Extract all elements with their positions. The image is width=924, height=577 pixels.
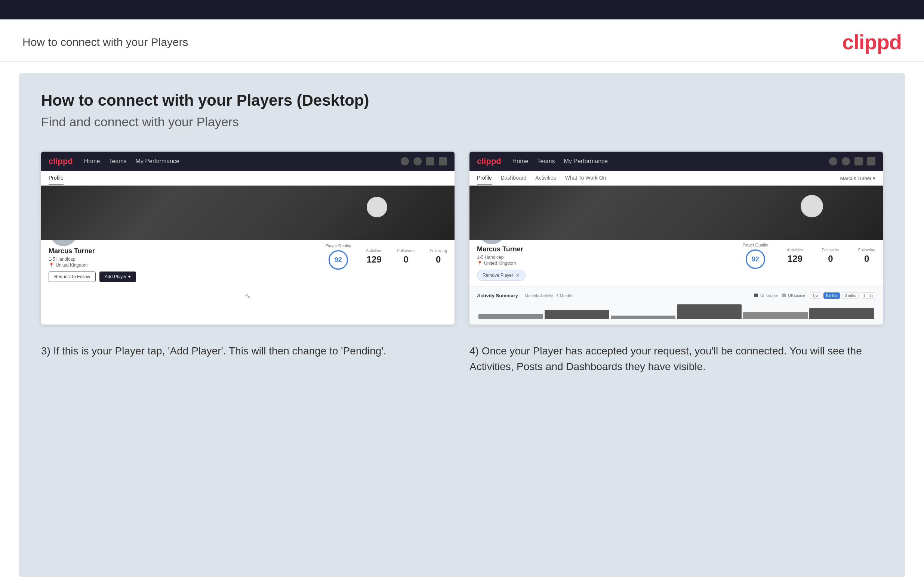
right-stat-activities: Activities 129: [787, 248, 803, 264]
chart-bar-1: [478, 314, 543, 319]
right-nav-myperformance[interactable]: My Performance: [564, 158, 608, 165]
main-content: How to connect with your Players (Deskto…: [19, 73, 905, 577]
right-tab-whattoworkon[interactable]: What To Work On: [565, 171, 606, 185]
location-pin-icon: 📍: [48, 263, 54, 268]
activity-chart: [477, 303, 876, 319]
right-tab-activities[interactable]: Activities: [535, 171, 556, 185]
right-app-logo: clippd: [477, 156, 501, 166]
left-nav-home[interactable]: Home: [84, 158, 100, 165]
filter-1yr[interactable]: 1 yr: [809, 292, 821, 299]
left-profile-buttons: Request to Follow Add Player +: [48, 271, 136, 282]
activity-subtitle: Monthly Activity · 6 Months: [525, 293, 573, 298]
right-profile-stats: Player Quality 92 Activities 129 Followe…: [552, 240, 876, 269]
right-player-location: 📍 United Kingdom: [477, 261, 516, 266]
screenshots-row: clippd Home Teams My Performance Profile: [41, 152, 883, 324]
right-profile-section: 👤 Marcus Turner 1-5 Handicap 📍 United Ki…: [470, 240, 883, 287]
left-profile-section: 👤 Marcus Turner 1-5 Handicap 📍 United Ki…: [41, 240, 454, 288]
left-nav-myperformance[interactable]: My Performance: [136, 158, 179, 165]
activity-title-group: Activity Summary Monthly Activity · 6 Mo…: [477, 292, 573, 299]
filter-1mth[interactable]: 1 mth: [861, 292, 876, 299]
left-player-handicap: 1-5 Handicap: [48, 256, 75, 262]
chart-bar-4: [677, 305, 741, 319]
right-search-icon[interactable]: [829, 157, 837, 166]
left-stat-following: Following 0: [430, 248, 447, 265]
filter-6mths[interactable]: 6 mths: [824, 292, 840, 299]
right-tab-profile[interactable]: Profile: [477, 171, 492, 185]
activity-title: Activity Summary: [477, 293, 518, 298]
screenshot-right: clippd Home Teams My Performance Profile: [470, 152, 883, 324]
page-header: How to connect with your Players clippd: [0, 19, 924, 61]
right-stat-following: Following 0: [858, 248, 876, 264]
right-tab-dashboard[interactable]: Dashboard: [501, 171, 527, 185]
section-subtitle: Find and connect with your Players: [41, 114, 883, 129]
section-title: How to connect with your Players (Deskto…: [41, 92, 883, 110]
caption-right-text: 4) Once your Player has accepted your re…: [470, 343, 883, 375]
right-nav-icons: [829, 157, 876, 166]
left-navbar: clippd Home Teams My Performance: [41, 152, 454, 171]
left-nav-icons: [401, 157, 447, 166]
on-course-legend-label: On course: [760, 293, 777, 298]
right-hero-image: [470, 185, 883, 240]
right-tab-left: Profile Dashboard Activities What To Wor…: [477, 171, 606, 185]
activity-summary: Activity Summary Monthly Activity · 6 Mo…: [470, 287, 883, 324]
user-icon[interactable]: [414, 157, 422, 166]
right-settings-icon[interactable]: [855, 157, 863, 166]
off-course-legend-label: Off course: [788, 293, 805, 298]
left-app-logo: clippd: [48, 156, 73, 166]
caption-left-text: 3) If this is your Player tap, 'Add Play…: [41, 343, 454, 359]
left-stat-activities: Activities 129: [366, 248, 382, 265]
right-pq-circle: 92: [746, 250, 765, 269]
right-tab-bar: Profile Dashboard Activities What To Wor…: [470, 171, 883, 185]
right-player-quality: Player Quality 92: [743, 243, 768, 269]
remove-x-icon: ✕: [515, 272, 520, 278]
search-icon[interactable]: [401, 157, 409, 166]
left-player-quality: Player Quality 92: [326, 243, 351, 270]
activity-header: Activity Summary Monthly Activity · 6 Mo…: [477, 292, 876, 299]
left-tab-profile[interactable]: Profile: [48, 171, 63, 185]
profile-icon[interactable]: [439, 157, 447, 166]
on-course-legend-dot: [754, 293, 758, 297]
left-stat-followers: Followers 0: [397, 248, 415, 265]
right-golf-ball-decoration: [801, 195, 823, 218]
right-location-pin-icon: 📍: [477, 261, 483, 266]
clippd-logo: clippd: [842, 30, 901, 54]
activity-filters: On course Off course 1 yr 6 mths 3 mths …: [754, 292, 876, 299]
left-profile-stats: Player Quality 92 Activities 129 Followe…: [136, 240, 447, 270]
caption-right: 4) Once your Player has accepted your re…: [470, 343, 883, 375]
right-stat-followers: Followers 0: [822, 248, 839, 264]
filter-3mths[interactable]: 3 mths: [842, 292, 859, 299]
add-player-button[interactable]: Add Player +: [99, 271, 136, 282]
chart-bar-3: [611, 316, 675, 319]
right-player-handicap: 1-5 Handicap: [477, 255, 504, 260]
left-tab-bar: Profile: [41, 171, 454, 185]
left-player-location: 📍 United Kingdom: [48, 263, 87, 268]
request-follow-button[interactable]: Request to Follow: [48, 271, 96, 282]
left-nav-links: Home Teams My Performance: [84, 158, 401, 165]
screenshot-left: clippd Home Teams My Performance Profile: [41, 152, 454, 324]
chart-bar-5: [743, 312, 808, 319]
right-navbar: clippd Home Teams My Performance: [470, 152, 883, 171]
right-player-name: Marcus Turner: [477, 245, 523, 253]
right-nav-links: Home Teams My Performance: [512, 158, 829, 165]
remove-player-button[interactable]: Remove Player ✕: [477, 270, 525, 281]
left-player-name: Marcus Turner: [48, 247, 95, 255]
page-title: How to connect with your Players: [23, 36, 188, 48]
settings-icon[interactable]: [426, 157, 435, 166]
off-course-legend-dot: [782, 293, 786, 297]
right-nav-teams[interactable]: Teams: [537, 158, 555, 165]
right-nav-home[interactable]: Home: [512, 158, 528, 165]
chart-bar-6: [809, 308, 874, 319]
left-scroll-indicator: ✂: [41, 288, 454, 306]
top-bar: [0, 0, 924, 19]
right-profile-icon[interactable]: [867, 157, 876, 166]
caption-left: 3) If this is your Player tap, 'Add Play…: [41, 343, 454, 375]
captions-row: 3) If this is your Player tap, 'Add Play…: [41, 343, 883, 375]
scissors-icon: ✂: [242, 291, 254, 302]
right-user-dropdown[interactable]: Marcus Turner ▾: [840, 176, 876, 181]
right-user-icon[interactable]: [842, 157, 850, 166]
left-pq-circle: 92: [329, 250, 348, 270]
left-nav-teams[interactable]: Teams: [109, 158, 126, 165]
left-hero-image: [41, 185, 454, 240]
left-pq-label: Player Quality: [326, 243, 351, 248]
right-pq-label: Player Quality: [743, 243, 768, 247]
